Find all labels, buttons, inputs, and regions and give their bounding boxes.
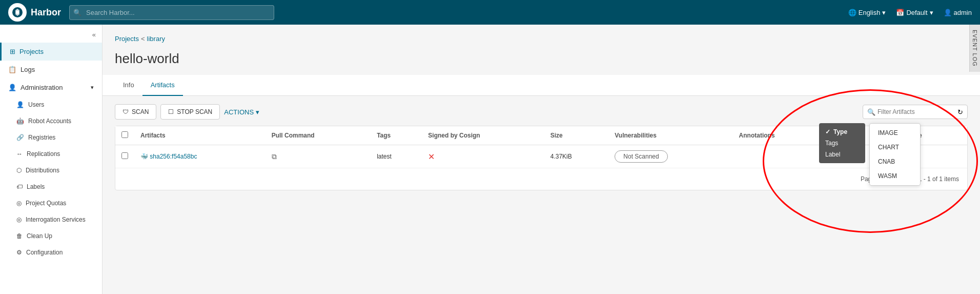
not-scanned-badge: Not Scanned [615, 150, 667, 163]
main-layout: « ⊞ Projects 📋 Logs 👤 Administration ▾ 👤… [0, 25, 980, 294]
filter-type-dropdown[interactable]: ✓ Type Tags Label [819, 123, 865, 163]
tab-info[interactable]: Info [115, 75, 142, 96]
app-logo[interactable]: Harbor [8, 3, 61, 22]
collapse-icon: « [92, 31, 96, 38]
filter-area: ✓ Type Tags Label 🔍 ↻ [863, 105, 968, 119]
config-icon: ⚙ [16, 249, 22, 256]
filter-search-icon: 🔍 [867, 108, 875, 116]
sidebar: « ⊞ Projects 📋 Logs 👤 Administration ▾ 👤… [0, 25, 103, 294]
tags-value: latest [377, 153, 392, 160]
filter-label-option[interactable]: Label [819, 149, 865, 160]
header-signed: Signed by Cosign [422, 126, 544, 145]
calendar-icon: 📅 [896, 9, 904, 16]
refresh-icon[interactable]: ↻ [957, 108, 963, 116]
stop-scan-button[interactable]: ☐ STOP SCAN [160, 104, 220, 120]
default-selector[interactable]: 📅 Default ▾ [896, 9, 933, 16]
cleanup-icon: 🗑 [16, 232, 23, 240]
search-icon: 🔍 [73, 9, 81, 16]
distribution-icon: ⬡ [16, 167, 22, 174]
sidebar-item-labels[interactable]: 🏷 Labels [0, 179, 102, 195]
replications-label: Replications [27, 150, 60, 158]
not-signed-icon: ✕ [428, 152, 435, 161]
language-selector[interactable]: 🌐 English ▾ [848, 9, 886, 16]
option-image[interactable]: IMAGE [870, 126, 920, 140]
sidebar-item-registries[interactable]: 🔗 Registries [0, 129, 102, 146]
sidebar-item-robot-accounts[interactable]: 🤖 Robot Accounts [0, 113, 102, 129]
registries-label: Registries [28, 134, 55, 141]
stop-scan-icon: ☐ [168, 108, 174, 115]
sidebar-item-users[interactable]: 👤 Users [0, 96, 102, 113]
artifacts-toolbar: 🛡 SCAN ☐ STOP SCAN ACTIONS ▾ ✓ Type [115, 104, 968, 120]
page-tabs: Info Artifacts [103, 75, 980, 96]
artifact-type-icon: 🐳 [140, 153, 148, 160]
page-title: hello-world [115, 51, 968, 67]
sidebar-item-logs[interactable]: 📋 Logs [0, 61, 102, 79]
search-input[interactable] [69, 5, 274, 20]
filter-type-option[interactable]: ✓ Type [819, 126, 865, 138]
lang-chevron-icon: ▾ [882, 9, 886, 16]
select-all-checkbox[interactable] [121, 131, 128, 138]
filter-options-dropdown: IMAGE CHART CNAB WASM [869, 123, 921, 186]
label-icon: 🏷 [16, 183, 23, 190]
sidebar-item-project-quotas[interactable]: ◎ Project Quotas [0, 195, 102, 211]
filter-tags-option[interactable]: Tags [819, 138, 865, 149]
sidebar-item-projects[interactable]: ⊞ Projects [0, 43, 102, 61]
filter-search-container: 🔍 ↻ [863, 105, 968, 119]
filter-artifacts-input[interactable] [875, 105, 957, 119]
pagination-row: Page size 15 25 50 1 - 1 of 1 items [115, 168, 967, 190]
projects-icon: ⊞ [10, 48, 15, 55]
scan-icon: 🛡 [122, 108, 129, 115]
header-vulnerabilities: Vulnerabilities [608, 126, 732, 145]
robot-icon: 🤖 [16, 117, 24, 125]
breadcrumb-projects[interactable]: Projects [115, 35, 139, 43]
configuration-label: Configuration [26, 249, 63, 256]
pagination-info: 1 - 1 of 1 items [918, 175, 959, 183]
signed-cell: ✕ [422, 145, 544, 168]
row-checkbox[interactable] [121, 152, 128, 159]
actions-button[interactable]: ACTIONS ▾ [224, 108, 259, 116]
option-cnab[interactable]: CNAB [870, 154, 920, 169]
username-label: admin [954, 9, 972, 16]
scan-button[interactable]: 🛡 SCAN [115, 104, 156, 120]
globe-icon: 🌐 [848, 9, 856, 16]
pull-command-cell: ⧉ [266, 145, 371, 168]
header-checkbox-col [115, 126, 134, 145]
sidebar-admin-label: Administration [21, 84, 63, 91]
size-value: 4.37KiB [550, 153, 572, 160]
option-chart[interactable]: CHART [870, 140, 920, 154]
logo-icon [8, 3, 27, 22]
row-checkbox-cell [115, 145, 134, 168]
language-label: English [859, 9, 881, 16]
sidebar-item-clean-up[interactable]: 🗑 Clean Up [0, 228, 102, 244]
robot-accounts-label: Robot Accounts [28, 117, 71, 125]
labels-label: Labels [27, 183, 45, 190]
event-log-tab[interactable]: EVENT LOG [969, 25, 980, 72]
breadcrumb-library[interactable]: library [147, 35, 165, 43]
users-icon: 👤 [16, 101, 24, 108]
header-size: Size [544, 126, 609, 145]
sidebar-item-distributions[interactable]: ⬡ Distributions [0, 162, 102, 179]
user-menu[interactable]: 👤 admin [944, 9, 972, 16]
copy-icon[interactable]: ⧉ [272, 152, 277, 161]
search-container: 🔍 [69, 5, 274, 20]
sidebar-item-replications[interactable]: ↔ Replications [0, 146, 102, 162]
header-artifacts: Artifacts [134, 126, 266, 145]
header-tags: Tags [371, 126, 422, 145]
sidebar-item-configuration[interactable]: ⚙ Configuration [0, 244, 102, 261]
sidebar-section-administration[interactable]: 👤 Administration ▾ [0, 79, 102, 96]
svg-point-1 [16, 11, 19, 14]
interrogation-services-label: Interrogation Services [26, 216, 86, 223]
default-label: Default [906, 9, 927, 16]
distributions-label: Distributions [26, 167, 59, 174]
sidebar-collapse-button[interactable]: « [0, 29, 102, 43]
artifact-link[interactable]: sha256:f54a58bc [150, 153, 197, 160]
registry-icon: 🔗 [16, 134, 24, 141]
default-chevron-icon: ▾ [930, 9, 933, 16]
breadcrumb-sep1: < [141, 35, 145, 43]
sidebar-projects-label: Projects [19, 48, 44, 55]
sidebar-logs-label: Logs [21, 66, 35, 73]
interrogation-icon: ◎ [16, 216, 22, 223]
sidebar-item-interrogation-services[interactable]: ◎ Interrogation Services [0, 211, 102, 228]
tab-artifacts[interactable]: Artifacts [142, 75, 183, 96]
option-wasm[interactable]: WASM [870, 169, 920, 183]
